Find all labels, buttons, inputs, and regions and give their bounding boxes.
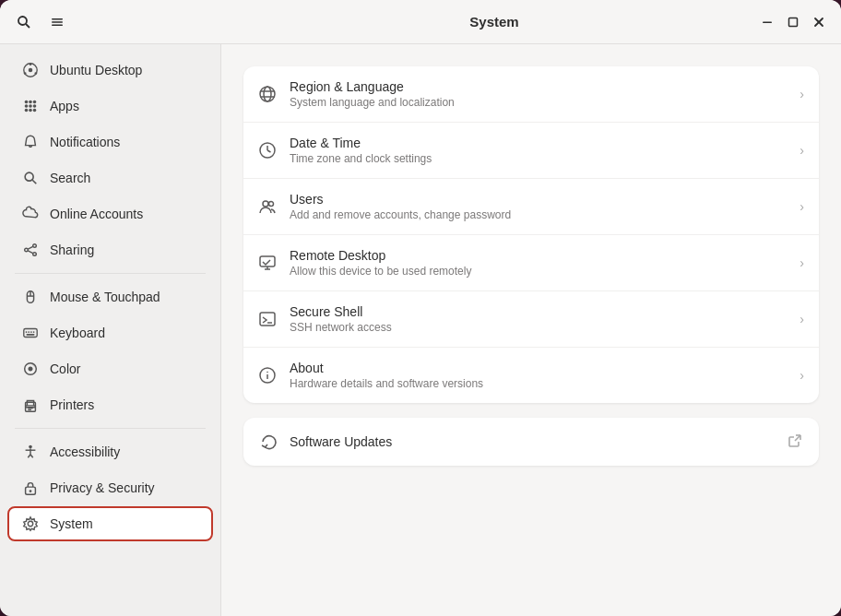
software-updates-label: Software Updates: [290, 434, 776, 449]
bell-icon: [22, 134, 39, 150]
card-item-subtitle-secure-shell: SSH network access: [290, 321, 787, 334]
sidebar-item-system[interactable]: System: [7, 506, 213, 541]
svg-point-19: [33, 104, 37, 108]
svg-point-27: [33, 253, 37, 256]
chevron-icon: ›: [800, 368, 804, 383]
sidebar-label-mouse-touchpad: Mouse & Touchpad: [50, 290, 160, 304]
sidebar-label-accessibility: Accessibility: [50, 444, 120, 459]
card-item-text-date-time: Date & Time Time zone and clock settings: [290, 136, 787, 165]
svg-line-28: [28, 246, 32, 249]
printer-icon: [22, 397, 39, 413]
svg-point-17: [25, 104, 29, 108]
sidebar: Ubuntu Desktop Apps: [0, 44, 221, 616]
card-item-subtitle-region-language: System language and localization: [290, 96, 787, 109]
sidebar-label-online-accounts: Online Accounts: [50, 207, 143, 221]
sidebar-item-notifications[interactable]: Notifications: [7, 124, 213, 160]
maximize-icon: [788, 17, 799, 28]
window: System: [0, 0, 841, 616]
window-title: System: [232, 14, 756, 30]
main-content: Region & Language System language and lo…: [221, 44, 841, 616]
globe-icon: [258, 85, 277, 103]
svg-point-22: [33, 109, 37, 113]
svg-line-29: [28, 251, 32, 254]
minimize-button[interactable]: [756, 9, 778, 35]
close-button[interactable]: [808, 9, 830, 35]
svg-point-16: [33, 101, 37, 104]
minimize-icon: [762, 17, 773, 28]
svg-rect-33: [24, 329, 37, 338]
card-item-text-secure-shell: Secure Shell SSH network access: [290, 304, 787, 334]
system-settings-card: Region & Language System language and lo…: [243, 66, 819, 403]
card-item-date-time[interactable]: Date & Time Time zone and clock settings…: [243, 123, 819, 179]
card-item-title-about: About: [290, 361, 787, 375]
svg-point-69: [267, 372, 268, 373]
search-sidebar-icon: [22, 170, 39, 186]
apps-icon: [22, 98, 39, 114]
sidebar-item-color[interactable]: Color: [7, 351, 213, 386]
card-item-region-language[interactable]: Region & Language System language and lo…: [243, 66, 819, 123]
card-item-remote-desktop[interactable]: Remote Desktop Allow this device to be u…: [243, 235, 819, 291]
chevron-icon: ›: [800, 143, 804, 158]
svg-point-54: [264, 87, 271, 101]
card-item-subtitle-date-time: Time zone and clock settings: [290, 152, 787, 165]
svg-line-59: [267, 150, 271, 152]
svg-rect-62: [260, 256, 275, 267]
remote-desktop-icon: [258, 254, 277, 272]
sidebar-item-online-accounts[interactable]: Online Accounts: [7, 196, 213, 231]
svg-rect-2: [52, 18, 63, 20]
svg-rect-3: [52, 21, 63, 23]
svg-point-20: [25, 109, 29, 113]
sidebar-label-color: Color: [50, 361, 80, 376]
sidebar-item-printers[interactable]: Printers: [7, 387, 213, 422]
info-icon: [258, 366, 277, 385]
sidebar-item-sharing[interactable]: Sharing: [7, 232, 213, 267]
chevron-icon: ›: [800, 255, 804, 270]
sidebar-item-accessibility[interactable]: Accessibility: [7, 434, 213, 469]
card-item-secure-shell[interactable]: Secure Shell SSH network access ›: [243, 291, 819, 348]
svg-point-52: [28, 521, 32, 526]
svg-point-45: [29, 445, 32, 449]
sidebar-label-sharing: Sharing: [50, 243, 94, 257]
svg-line-24: [32, 180, 36, 184]
sidebar-item-mouse-touchpad[interactable]: Mouse & Touchpad: [7, 279, 213, 314]
software-updates-card[interactable]: Software Updates: [243, 418, 819, 466]
external-link-icon: [788, 433, 802, 451]
card-item-users[interactable]: Users Add and remove accounts, change pa…: [243, 179, 819, 235]
maximize-button[interactable]: [782, 9, 804, 35]
sidebar-divider-1: [15, 273, 206, 274]
card-item-text-about: About Hardware details and software vers…: [290, 361, 787, 390]
svg-rect-4: [52, 24, 63, 26]
card-item-text-users: Users Add and remove accounts, change pa…: [290, 192, 787, 221]
sidebar-item-apps[interactable]: Apps: [7, 89, 213, 124]
card-item-subtitle-users: Add and remove accounts, change password: [290, 208, 787, 221]
svg-point-40: [29, 367, 32, 371]
card-item-title-region-language: Region & Language: [290, 79, 787, 94]
card-item-subtitle-about: Hardware details and software versions: [290, 377, 787, 390]
sidebar-item-keyboard[interactable]: Keyboard: [7, 315, 213, 350]
svg-point-14: [25, 101, 29, 104]
card-item-title-secure-shell: Secure Shell: [290, 304, 787, 319]
sidebar-item-ubuntu-desktop[interactable]: Ubuntu Desktop: [7, 53, 213, 88]
sidebar-label-search: Search: [50, 171, 90, 185]
sidebar-item-privacy-security[interactable]: Privacy & Security: [7, 470, 213, 505]
sidebar-label-apps: Apps: [50, 99, 79, 113]
sidebar-divider-2: [15, 428, 206, 429]
close-icon: [813, 17, 824, 28]
sidebar-item-search[interactable]: Search: [7, 160, 213, 195]
sidebar-label-privacy-security: Privacy & Security: [50, 480, 155, 495]
card-item-about[interactable]: About Hardware details and software vers…: [243, 348, 819, 403]
gear-icon: [22, 515, 39, 532]
clock-icon: [258, 141, 277, 160]
svg-line-72: [795, 435, 800, 441]
svg-point-26: [25, 248, 29, 252]
svg-point-18: [29, 104, 32, 108]
menu-button[interactable]: [44, 9, 70, 35]
svg-point-51: [30, 490, 32, 492]
search-button[interactable]: [11, 9, 37, 35]
svg-point-23: [25, 172, 33, 181]
users-icon: [258, 197, 277, 216]
window-controls: [756, 9, 830, 35]
lock-icon: [22, 480, 39, 496]
terminal-icon: [258, 310, 277, 328]
sidebar-label-ubuntu-desktop: Ubuntu Desktop: [50, 63, 142, 77]
